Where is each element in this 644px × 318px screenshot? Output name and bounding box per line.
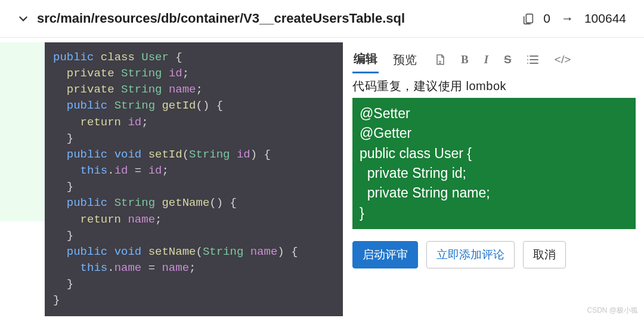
list-icon[interactable] <box>527 54 539 65</box>
comment-body: 代码重复，建议使用 lombok @Setter @Getter public … <box>349 73 639 233</box>
svg-rect-0 <box>527 14 533 23</box>
tab-preview[interactable]: 预览 <box>392 47 418 73</box>
file-path[interactable]: src/main/resources/db/container/V3__crea… <box>37 11 513 26</box>
comment-panel: 编辑 预览 B I S </> 代码重复，建议使用 lombok @Setter… <box>349 42 639 277</box>
strikethrough-icon[interactable]: S <box>504 53 512 66</box>
file-header: src/main/resources/db/container/V3__crea… <box>0 0 644 38</box>
clipboard-icon[interactable] <box>522 12 535 25</box>
content-row: public class User { private String id; p… <box>0 38 644 316</box>
action-row: 启动评审 立即添加评论 取消 <box>349 233 639 277</box>
chevron-down-icon[interactable] <box>18 13 29 24</box>
italic-icon[interactable]: I <box>484 53 488 66</box>
arrow-icon: → <box>561 11 574 26</box>
cancel-button[interactable]: 取消 <box>523 241 566 268</box>
attach-icon[interactable] <box>435 54 445 66</box>
watermark: CSDN @极小狐 <box>587 305 638 316</box>
tab-edit[interactable]: 编辑 <box>352 46 379 73</box>
suggestion-block[interactable]: @Setter @Getter public class User { priv… <box>352 98 636 229</box>
comment-text[interactable]: 代码重复，建议使用 lombok <box>352 78 636 94</box>
code-block: public class User { private String id; p… <box>45 42 343 316</box>
start-review-button[interactable]: 启动评审 <box>352 241 418 268</box>
file-mode-from: 0 <box>543 11 550 26</box>
bold-icon[interactable]: B <box>461 53 469 66</box>
comment-toolbar: 编辑 预览 B I S </> <box>349 42 639 73</box>
code-icon[interactable]: </> <box>555 53 571 66</box>
diff-gutter <box>0 42 45 221</box>
add-comment-now-button[interactable]: 立即添加评论 <box>426 241 515 268</box>
file-mode-to: 100644 <box>584 11 626 26</box>
